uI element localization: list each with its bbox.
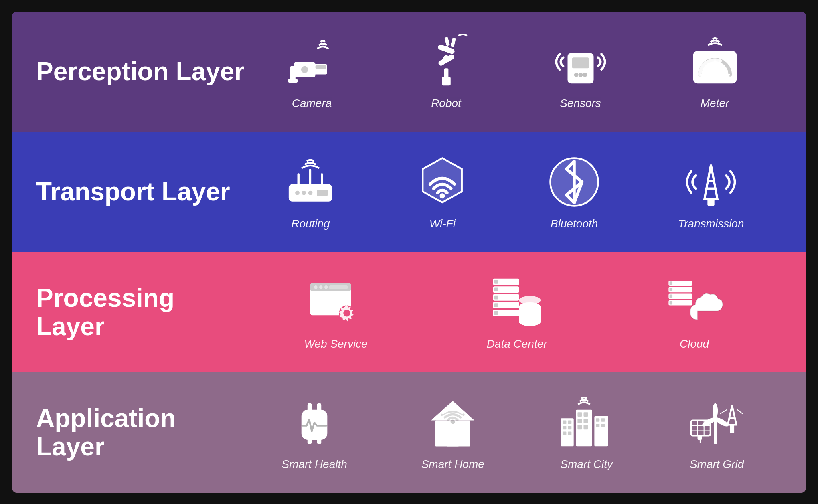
svg-rect-57	[494, 280, 498, 284]
sensors-icon	[553, 34, 609, 90]
svg-rect-106	[601, 424, 605, 427]
svg-point-76	[703, 314, 707, 317]
svg-rect-105	[596, 424, 599, 427]
svg-rect-98	[577, 419, 582, 423]
svg-rect-121	[730, 425, 734, 433]
cloud-label: Cloud	[680, 338, 709, 350]
svg-rect-99	[583, 419, 588, 423]
smarthome-icon	[425, 395, 481, 451]
smartgrid-icon	[689, 395, 745, 451]
svg-rect-20	[693, 51, 736, 83]
svg-rect-88	[561, 418, 573, 446]
routing-label: Routing	[291, 217, 330, 230]
webservice-label: Web Service	[304, 338, 367, 350]
bluetooth-item: Bluetooth	[546, 154, 602, 230]
cloud-icon	[666, 274, 723, 330]
wifi-icon	[414, 154, 470, 210]
svg-rect-33	[321, 173, 323, 186]
svg-point-46	[314, 285, 318, 289]
svg-rect-118	[699, 440, 701, 443]
svg-rect-30	[317, 190, 328, 196]
wifi-item: Wi-Fi	[414, 154, 470, 230]
camera-label: Camera	[292, 97, 332, 110]
svg-rect-61	[494, 311, 498, 315]
robot-label: Robot	[431, 97, 461, 110]
svg-rect-60	[494, 303, 498, 307]
svg-rect-49	[328, 285, 348, 289]
svg-rect-32	[309, 169, 311, 186]
svg-point-28	[302, 190, 306, 195]
svg-rect-11	[450, 38, 456, 47]
svg-point-48	[324, 285, 328, 289]
svg-rect-117	[697, 435, 702, 440]
meter-icon	[687, 34, 743, 90]
routing-item: Routing	[282, 154, 338, 230]
svg-point-19	[583, 73, 587, 77]
smartcity-icon	[559, 395, 615, 451]
svg-point-51	[343, 310, 350, 316]
svg-rect-31	[298, 173, 300, 186]
svg-point-22	[712, 72, 717, 77]
smarthealth-label: Smart Health	[281, 458, 347, 471]
processing-icons: Web Service	[245, 274, 782, 350]
routing-icon	[282, 154, 338, 210]
svg-rect-16	[572, 57, 589, 68]
svg-rect-85	[446, 431, 460, 446]
svg-rect-82	[317, 435, 322, 444]
smartgrid-item: Smart Grid	[689, 395, 745, 471]
svg-point-77	[709, 314, 712, 317]
camera-icon	[284, 34, 340, 90]
application-title: Application Layer	[36, 404, 245, 461]
svg-rect-104	[601, 418, 605, 422]
meter-item: Meter	[687, 34, 743, 110]
svg-rect-94	[568, 431, 571, 435]
iot-layers-diagram: Perception Layer	[12, 12, 806, 493]
svg-point-14	[443, 46, 449, 52]
smartgrid-label: Smart Grid	[690, 458, 744, 471]
transmission-icon	[683, 154, 739, 210]
robot-item: Robot	[418, 34, 474, 110]
webservice-icon	[308, 274, 364, 330]
bluetooth-label: Bluetooth	[551, 217, 598, 230]
wifi-label: Wi-Fi	[429, 217, 456, 230]
webservice-item: Web Service	[304, 274, 367, 350]
sensors-item: Sensors	[553, 34, 609, 110]
svg-point-64	[519, 317, 541, 326]
smartcity-item: Smart City	[559, 395, 615, 471]
svg-rect-100	[577, 425, 582, 429]
svg-rect-71	[669, 281, 672, 285]
bluetooth-icon	[546, 154, 602, 210]
svg-rect-59	[494, 295, 498, 299]
svg-rect-6	[315, 65, 326, 69]
smarthealth-item: Smart Health	[281, 395, 347, 471]
datacenter-item: Data Center	[487, 274, 547, 350]
svg-point-36	[440, 193, 445, 198]
svg-line-122	[720, 409, 727, 414]
svg-rect-72	[669, 288, 672, 291]
svg-point-87	[451, 402, 455, 407]
transport-icons: Routing Wi-Fi	[245, 154, 782, 230]
svg-rect-81	[308, 435, 312, 444]
smarthealth-icon	[286, 395, 342, 451]
svg-rect-89	[563, 420, 566, 424]
svg-rect-97	[583, 412, 588, 417]
svg-rect-90	[568, 420, 571, 424]
transport-layer: Transport Layer	[12, 132, 806, 252]
svg-rect-91	[563, 426, 566, 429]
datacenter-icon	[489, 274, 545, 330]
svg-rect-12	[444, 36, 450, 46]
svg-rect-79	[308, 403, 312, 412]
svg-point-75	[698, 314, 702, 317]
svg-rect-43	[708, 199, 715, 206]
svg-point-66	[519, 302, 541, 311]
perception-title: Perception Layer	[36, 57, 245, 85]
svg-point-18	[578, 73, 583, 77]
processing-layer: Processing Layer	[12, 252, 806, 372]
transmission-label: Transmission	[678, 217, 744, 230]
svg-rect-8	[444, 68, 448, 79]
svg-rect-80	[317, 403, 322, 412]
svg-point-17	[574, 73, 578, 77]
datacenter-label: Data Center	[487, 338, 547, 350]
transport-title: Transport Layer	[36, 178, 245, 206]
svg-point-4	[301, 66, 308, 73]
